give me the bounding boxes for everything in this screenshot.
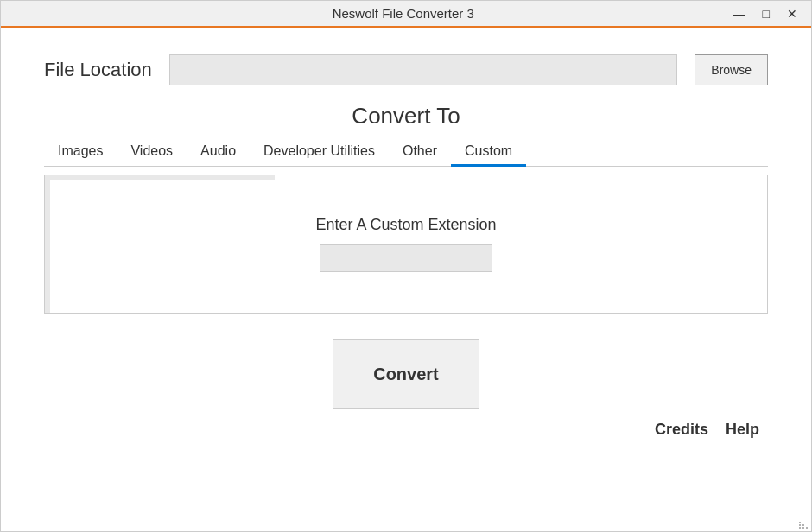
main-content: File Location Browse Convert To Images V… <box>1 28 811 531</box>
tab-other[interactable]: Other <box>389 138 451 167</box>
main-window: Neswolf File Converter 3 — □ ✕ File Loca… <box>0 0 812 532</box>
bottom-row: Convert Credits Help <box>44 339 768 439</box>
close-button[interactable]: ✕ <box>782 6 802 22</box>
convert-to-section: Convert To Images Videos Audio Developer… <box>44 103 768 314</box>
credits-link[interactable]: Credits <box>655 421 708 439</box>
file-location-label: File Location <box>44 59 152 81</box>
file-location-input[interactable] <box>169 54 678 86</box>
window-title: Neswolf File Converter 3 <box>79 6 728 21</box>
custom-tab-content: Enter A Custom Extension <box>315 216 496 272</box>
tab-developer-utilities[interactable]: Developer Utilities <box>250 138 389 167</box>
top-accent-bar <box>50 175 275 180</box>
resize-handle[interactable] <box>799 522 809 529</box>
convert-button[interactable]: Convert <box>333 339 479 408</box>
browse-button[interactable]: Browse <box>695 54 768 86</box>
tab-videos[interactable]: Videos <box>117 138 187 167</box>
file-location-row: File Location Browse <box>44 54 768 86</box>
title-bar: Neswolf File Converter 3 — □ ✕ <box>1 1 811 28</box>
left-accent-bar <box>45 175 50 313</box>
custom-extension-input[interactable] <box>320 244 492 272</box>
window-controls: — □ ✕ <box>728 6 802 22</box>
convert-to-heading: Convert To <box>352 103 460 130</box>
help-link[interactable]: Help <box>726 421 759 439</box>
tab-images[interactable]: Images <box>44 138 117 167</box>
maximize-button[interactable]: □ <box>758 6 775 22</box>
bottom-links: Credits Help <box>44 421 768 439</box>
tabs-row: Images Videos Audio Developer Utilities … <box>44 138 768 167</box>
minimize-button[interactable]: — <box>728 6 751 22</box>
custom-extension-label: Enter A Custom Extension <box>315 216 496 234</box>
tab-audio[interactable]: Audio <box>187 138 250 167</box>
tab-content-area: Enter A Custom Extension <box>44 175 768 314</box>
tab-custom[interactable]: Custom <box>451 138 526 167</box>
